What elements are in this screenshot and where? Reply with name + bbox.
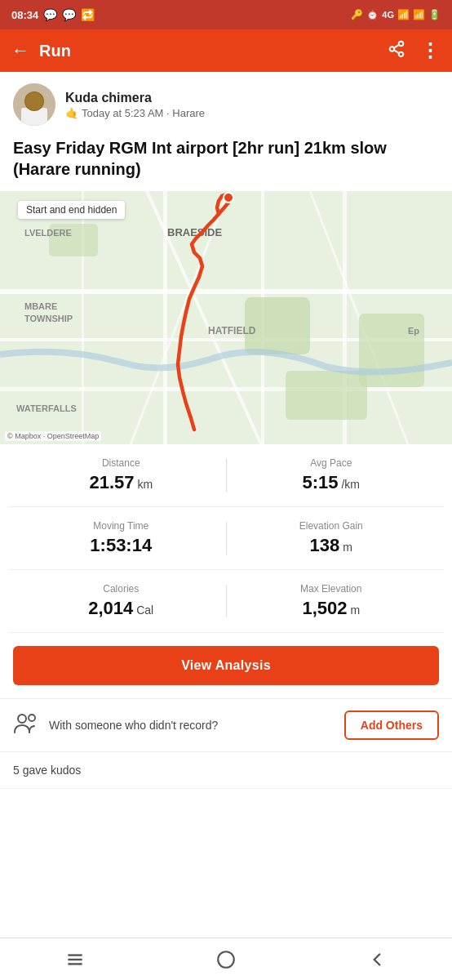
back-button[interactable]: ←	[11, 40, 29, 61]
svg-text:TOWNSHIP: TOWNSHIP	[24, 314, 73, 323]
retweet-icon: 🔁	[81, 8, 95, 21]
svg-text:BRAESIDE: BRAESIDE	[167, 226, 223, 238]
svg-line-4	[394, 44, 399, 47]
avatar[interactable]	[13, 83, 55, 126]
add-others-text: With someone who didn't record?	[49, 719, 335, 732]
stat-distance: Distance 21.57 km	[16, 457, 226, 493]
user-meta: 🤙 Today at 5:23 AM · Harare	[65, 107, 205, 119]
elevation-gain-label: Elevation Gain	[227, 520, 436, 532]
user-timestamp: Today at 5:23 AM · Harare	[82, 107, 205, 119]
whatsapp2-icon: 💬	[62, 8, 76, 21]
distance-label: Distance	[16, 457, 226, 469]
nav-back-button[interactable]	[301, 949, 452, 970]
elevation-gain-value: 138 m	[227, 535, 436, 556]
svg-point-33	[29, 715, 35, 721]
map-tooltip: Start and end hidden	[18, 201, 125, 219]
map-container[interactable]: LVELDERE MBARE TOWNSHIP BRAESIDE HATFIEL…	[0, 191, 452, 444]
user-info: Kuda chimera 🤙 Today at 5:23 AM · Harare	[65, 91, 205, 119]
signal-icon: 📶	[397, 9, 410, 20]
max-elevation-value: 1,502 m	[227, 598, 436, 619]
svg-point-31	[224, 193, 233, 203]
alarm-icon: ⏰	[366, 9, 379, 20]
svg-point-32	[18, 715, 26, 723]
bottom-nav	[0, 938, 452, 980]
nav-actions: ⋮	[388, 39, 441, 62]
svg-point-37	[218, 951, 234, 968]
calories-value: 2,014 Cal	[16, 598, 226, 619]
svg-text:LVELDERE: LVELDERE	[24, 228, 72, 238]
key-icon: 🔑	[351, 9, 363, 20]
add-others-row: With someone who didn't record? Add Othe…	[0, 698, 452, 752]
more-button[interactable]: ⋮	[420, 39, 441, 62]
svg-point-8	[25, 92, 43, 110]
moving-time-label: Moving Time	[16, 520, 226, 532]
nav-menu-button[interactable]	[0, 949, 151, 970]
nav-home-button[interactable]	[151, 949, 302, 970]
svg-rect-12	[0, 387, 452, 391]
whatsapp-icon: 💬	[43, 8, 57, 21]
stat-calories: Calories 2,014 Cal	[16, 583, 226, 619]
stat-moving-time: Moving Time 1:53:14	[16, 520, 226, 556]
svg-line-3	[394, 50, 399, 53]
user-row: Kuda chimera 🤙 Today at 5:23 AM · Harare	[0, 72, 452, 134]
stat-elevation-gain: Elevation Gain 138 m	[227, 520, 436, 556]
add-others-button[interactable]: Add Others	[344, 710, 439, 740]
distance-value: 21.57 km	[16, 472, 226, 493]
stat-avg-pace: Avg Pace 5:15 /km	[227, 457, 436, 493]
user-name: Kuda chimera	[65, 91, 205, 105]
view-analysis-button[interactable]: View Analysis	[13, 646, 439, 685]
avg-pace-label: Avg Pace	[227, 457, 436, 469]
battery-icon: 🔋	[428, 9, 441, 20]
stat-max-elevation: Max Elevation 1,502 m	[227, 583, 436, 619]
status-bar: 08:34 💬 💬 🔁 🔑 ⏰ 4G 📶 📶 🔋	[0, 0, 452, 29]
stats-row-2: Moving Time 1:53:14 Elevation Gain 138 m	[8, 507, 444, 570]
svg-text:Ep: Ep	[408, 326, 419, 336]
time-display: 08:34	[11, 9, 38, 21]
signal2-icon: 📶	[413, 9, 425, 20]
stats-container: Distance 21.57 km Avg Pace 5:15 /km Movi…	[0, 444, 452, 633]
nav-bar: ← Run ⋮	[0, 29, 452, 72]
hand-wave-icon: 🤙	[65, 107, 78, 119]
svg-rect-23	[359, 314, 424, 387]
svg-text:MBARE: MBARE	[24, 301, 57, 311]
group-icon	[13, 711, 39, 740]
avg-pace-value: 5:15 /km	[227, 472, 436, 493]
map-attribution: © Mapbox · OpenStreetMap	[5, 431, 101, 441]
svg-text:HATFIELD: HATFIELD	[208, 325, 256, 336]
stats-row-1: Distance 21.57 km Avg Pace 5:15 /km	[8, 444, 444, 507]
stats-row-3: Calories 2,014 Cal Max Elevation 1,502 m	[8, 570, 444, 633]
svg-text:WATERFALLS: WATERFALLS	[16, 403, 77, 413]
activity-title: Easy Friday RGM Int airport [2hr run] 21…	[0, 134, 452, 191]
status-time: 08:34 💬 💬 🔁	[11, 8, 95, 21]
svg-rect-21	[286, 371, 367, 420]
kudos-text: 5 gave kudos	[13, 764, 81, 777]
bottom-spacer	[0, 789, 452, 838]
share-button[interactable]	[388, 40, 405, 62]
kudos-row: 5 gave kudos	[0, 752, 452, 789]
nav-title: Run	[39, 42, 388, 60]
network-4g: 4G	[382, 10, 394, 20]
status-indicators: 🔑 ⏰ 4G 📶 📶 🔋	[351, 9, 441, 20]
calories-label: Calories	[16, 583, 226, 595]
max-elevation-label: Max Elevation	[227, 583, 436, 595]
svg-rect-10	[0, 289, 452, 294]
moving-time-value: 1:53:14	[16, 535, 226, 556]
